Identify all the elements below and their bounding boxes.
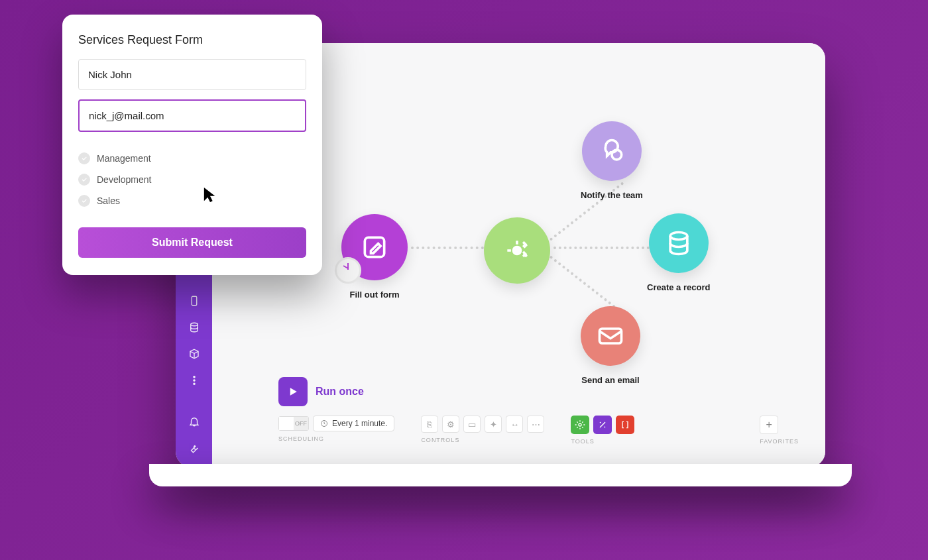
- bell-icon[interactable]: [187, 416, 202, 427]
- run-label: Run once: [316, 386, 364, 398]
- name-input[interactable]: [78, 59, 306, 90]
- svg-point-8: [670, 233, 687, 240]
- scheduling-group: OFF Every 1 minute. SCHEDULING: [278, 416, 394, 442]
- node-router[interactable]: [484, 217, 550, 284]
- cursor-icon: [203, 186, 217, 204]
- svg-rect-0: [192, 296, 197, 306]
- phone-icon[interactable]: [187, 295, 202, 307]
- tool-gear-icon[interactable]: [571, 416, 589, 434]
- edit-icon: [360, 233, 389, 262]
- bottom-toolbar: OFF Every 1 minute. SCHEDULING ⎘ ⚙ ▭ ✦ ↔: [278, 416, 799, 445]
- mail-icon: [596, 321, 625, 351]
- option-sales[interactable]: Sales: [78, 190, 306, 211]
- laptop-base: [149, 464, 852, 486]
- favorites-label: FAVORITES: [760, 438, 799, 445]
- svg-point-4: [193, 383, 194, 384]
- node-notify-team[interactable]: Notify the team: [581, 121, 643, 200]
- check-icon: [78, 195, 90, 207]
- controls-group: ⎘ ⚙ ▭ ✦ ↔ ⋯ CONTROLS: [421, 416, 544, 443]
- services-request-form: Services Request Form Management Develop…: [62, 15, 322, 275]
- node-create-record[interactable]: Create a record: [647, 213, 710, 292]
- tool-wrench-icon[interactable]: [593, 416, 612, 434]
- run-button[interactable]: [278, 377, 308, 406]
- svg-point-2: [193, 376, 194, 378]
- tool-brackets-icon[interactable]: [616, 416, 634, 434]
- options-list: Management Development Sales: [78, 148, 306, 211]
- connector: [553, 247, 650, 249]
- control-note-icon[interactable]: ▭: [463, 416, 481, 433]
- submit-button[interactable]: Submit Request: [78, 227, 306, 258]
- option-management[interactable]: Management: [78, 148, 306, 169]
- check-icon: [78, 152, 90, 164]
- tools-label: TOOLS: [571, 438, 634, 445]
- database-icon[interactable]: [187, 321, 202, 333]
- svg-rect-9: [600, 329, 622, 343]
- favorites-group: + FAVORITES: [760, 416, 799, 445]
- scheduling-label: SCHEDULING: [278, 435, 394, 442]
- router-icon: [502, 236, 532, 265]
- clock-icon: [335, 257, 361, 284]
- add-favorite-button[interactable]: +: [760, 416, 778, 434]
- wrench-icon[interactable]: [187, 442, 202, 454]
- node-label: Notify the team: [581, 190, 643, 200]
- svg-point-1: [190, 323, 198, 326]
- option-development[interactable]: Development: [78, 169, 306, 190]
- node-label: Fill out form: [341, 290, 408, 300]
- storage-icon: [664, 229, 693, 258]
- run-bar: Run once: [278, 377, 364, 406]
- controls-label: CONTROLS: [421, 437, 544, 443]
- control-settings-icon[interactable]: ⚙: [442, 416, 459, 433]
- control-magic-icon[interactable]: ✦: [485, 416, 502, 433]
- schedule-toggle[interactable]: OFF: [278, 416, 309, 431]
- control-more-icon[interactable]: ⋯: [527, 416, 544, 433]
- control-align-icon[interactable]: ↔: [506, 416, 523, 433]
- tools-group: TOOLS: [571, 416, 634, 445]
- email-input[interactable]: [78, 99, 306, 132]
- node-send-email[interactable]: Send an email: [581, 306, 640, 385]
- box-icon[interactable]: [187, 348, 202, 360]
- node-fill-out-form[interactable]: Fill out form: [341, 214, 408, 300]
- svg-point-11: [579, 423, 581, 426]
- chat-icon: [597, 137, 626, 166]
- schedule-interval[interactable]: Every 1 minute.: [313, 416, 394, 431]
- connector: [411, 247, 484, 249]
- form-title: Services Request Form: [78, 33, 306, 47]
- control-btn-1[interactable]: ⎘: [421, 416, 438, 433]
- svg-point-3: [193, 380, 194, 381]
- node-label: Create a record: [647, 282, 710, 292]
- more-icon[interactable]: [187, 374, 202, 386]
- node-label: Send an email: [581, 375, 640, 385]
- check-icon: [78, 174, 90, 186]
- svg-point-6: [514, 247, 521, 254]
